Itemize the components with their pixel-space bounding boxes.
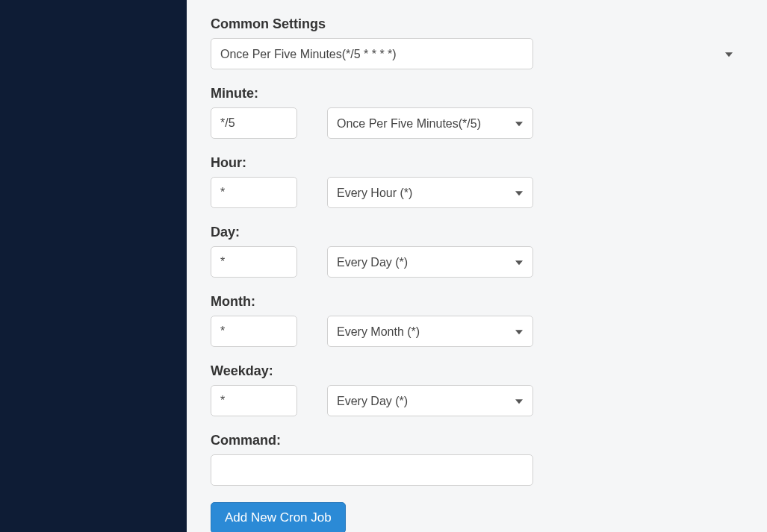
month-select[interactable]: Every Month (*) bbox=[327, 316, 533, 347]
weekday-group: Weekday: Every Day (*) bbox=[211, 363, 743, 416]
month-group: Month: Every Month (*) bbox=[211, 294, 743, 347]
common-settings-select[interactable]: Once Per Five Minutes(*/5 * * * *) bbox=[211, 38, 533, 69]
minute-group: Minute: Once Per Five Minutes(*/5) bbox=[211, 86, 743, 139]
day-group: Day: Every Day (*) bbox=[211, 225, 743, 278]
day-label: Day: bbox=[211, 225, 743, 240]
day-input[interactable] bbox=[211, 246, 297, 278]
add-cron-job-button[interactable]: Add New Cron Job bbox=[211, 502, 346, 532]
month-label: Month: bbox=[211, 294, 743, 310]
hour-label: Hour: bbox=[211, 155, 743, 171]
weekday-label: Weekday: bbox=[211, 363, 743, 379]
weekday-input[interactable] bbox=[211, 385, 297, 416]
common-settings-group: Common Settings Once Per Five Minutes(*/… bbox=[211, 16, 743, 69]
sidebar bbox=[0, 0, 187, 532]
command-group: Command: bbox=[211, 433, 743, 486]
weekday-select[interactable]: Every Day (*) bbox=[327, 385, 533, 416]
minute-label: Minute: bbox=[211, 86, 743, 101]
minute-input[interactable] bbox=[211, 107, 297, 139]
main-content: Common Settings Once Per Five Minutes(*/… bbox=[187, 0, 767, 532]
day-select[interactable]: Every Day (*) bbox=[327, 246, 533, 278]
hour-input[interactable] bbox=[211, 177, 297, 208]
command-label: Command: bbox=[211, 433, 743, 448]
hour-group: Hour: Every Hour (*) bbox=[211, 155, 743, 208]
minute-select[interactable]: Once Per Five Minutes(*/5) bbox=[327, 107, 533, 139]
month-input[interactable] bbox=[211, 316, 297, 347]
command-input[interactable] bbox=[211, 454, 533, 486]
common-settings-label: Common Settings bbox=[211, 16, 743, 32]
hour-select[interactable]: Every Hour (*) bbox=[327, 177, 533, 208]
